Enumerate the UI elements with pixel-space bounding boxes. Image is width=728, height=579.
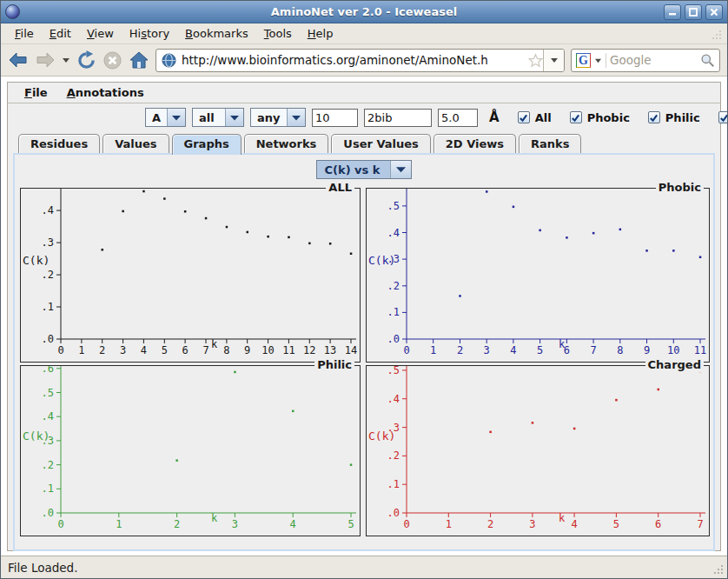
status-text: File Loaded. [8, 561, 77, 575]
tab-bar: ResiduesValuesGraphsNetworksUser Values2… [8, 131, 720, 153]
reload-button[interactable] [76, 50, 96, 70]
svg-text:.2: .2 [387, 280, 400, 292]
url-dropdown-button[interactable] [543, 50, 564, 71]
stop-button[interactable] [103, 50, 122, 70]
graphs-tab-content: C(k) vs k ALL.0.1.2.3.401234567891011121… [13, 153, 715, 551]
tab-ranks[interactable]: Ranks [519, 134, 581, 153]
svg-text:k: k [211, 338, 218, 350]
match-combo[interactable]: any [250, 108, 306, 127]
back-button[interactable] [8, 50, 29, 70]
graph-type-combo[interactable]: C(k) vs k [316, 160, 413, 179]
browser-menu-bookmarks[interactable]: Bookmarks [178, 24, 255, 43]
svg-text:.5: .5 [42, 387, 54, 399]
checkbox-philic[interactable] [648, 111, 660, 123]
chart-panel-all: ALL.0.1.2.3.401234567891011121314kC(k) [20, 188, 361, 363]
applet-menu-annotations[interactable]: Annotations [59, 83, 152, 102]
chevron-down-icon [172, 115, 181, 121]
minimize-button[interactable] [664, 4, 681, 20]
svg-text:k: k [211, 512, 218, 524]
angstrom-label: Å [489, 110, 500, 125]
browser-menu-edit[interactable]: Edit [43, 24, 78, 43]
scope-combo[interactable]: all [192, 108, 244, 127]
checkbox-phobic[interactable] [570, 111, 582, 123]
svg-text:10: 10 [667, 344, 679, 356]
checkbox-label: Philic [665, 111, 700, 124]
match-combo-value: any [251, 109, 287, 126]
browser-menu-help[interactable]: Help [301, 24, 341, 43]
forward-button[interactable] [35, 50, 56, 70]
checkbox-charged[interactable] [718, 111, 728, 123]
home-button[interactable] [129, 50, 149, 70]
checkbox-all[interactable] [518, 111, 530, 123]
combo-arrow-button[interactable] [225, 109, 243, 126]
search-engine-dropdown-icon[interactable] [594, 57, 602, 63]
browser-menu-file[interactable]: File [8, 24, 41, 43]
svg-text:1: 1 [78, 344, 84, 356]
svg-text:9: 9 [644, 344, 650, 356]
distance-field[interactable] [438, 109, 478, 127]
url-text[interactable]: http://www.bioinformatics.org/aminonet/A… [182, 53, 528, 67]
chevron-down-icon [292, 115, 301, 121]
svg-text:5: 5 [347, 518, 354, 530]
svg-text:7: 7 [590, 344, 596, 356]
svg-text:4: 4 [510, 344, 516, 356]
close-button[interactable] [705, 4, 723, 20]
svg-text:k: k [559, 338, 566, 350]
combo-arrow-button[interactable] [390, 161, 411, 178]
iceweasel-icon [5, 4, 20, 19]
tab-networks[interactable]: Networks [244, 134, 329, 153]
history-dropdown-icon[interactable] [62, 57, 70, 63]
svg-text:k: k [559, 512, 566, 524]
url-bar[interactable]: http://www.bioinformatics.org/aminonet/A… [156, 49, 565, 72]
search-magnifier-icon[interactable] [700, 53, 715, 68]
combo-arrow-button[interactable] [167, 109, 185, 126]
svg-text:C(k): C(k) [23, 429, 50, 443]
svg-text:.5: .5 [387, 200, 400, 212]
checkbox-group-phobic: Phobic [570, 111, 630, 124]
tab-user-values[interactable]: User Values [331, 134, 430, 153]
svg-text:1: 1 [430, 344, 436, 356]
chart-title: Charged [645, 358, 704, 372]
svg-text:2: 2 [99, 344, 105, 356]
browser-menu-tools[interactable]: Tools [257, 24, 299, 43]
svg-text:.0: .0 [387, 333, 400, 345]
svg-text:11: 11 [282, 344, 295, 356]
svg-text:5: 5 [537, 344, 543, 356]
svg-text:.4: .4 [387, 393, 400, 405]
svg-text:14: 14 [345, 344, 357, 356]
combo-arrow-button[interactable] [287, 109, 305, 126]
chevron-down-icon [550, 57, 559, 63]
svg-text:.2: .2 [387, 449, 400, 462]
chart-canvas-phobic: .0.1.2.3.4.501234567891011kC(k) [367, 189, 709, 362]
tab-residues[interactable]: Residues [18, 134, 100, 153]
svg-text:0: 0 [403, 518, 409, 530]
search-engine-icon: G [576, 53, 591, 68]
svg-text:.4: .4 [42, 410, 54, 423]
svg-text:7: 7 [202, 344, 208, 356]
svg-text:.3: .3 [42, 236, 54, 249]
browser-menu-history[interactable]: History [122, 24, 176, 43]
chart-title: ALL [326, 181, 354, 195]
pdb-field[interactable] [364, 109, 432, 127]
checkbox-group-charged: Charged [718, 111, 728, 124]
graph-selector-row: C(k) vs k [15, 155, 713, 181]
svg-text:2: 2 [487, 518, 493, 530]
search-input[interactable]: Google [610, 53, 697, 67]
applet-menu-file[interactable]: File [17, 83, 56, 102]
search-bar[interactable]: G Google [571, 49, 720, 72]
svg-text:0: 0 [57, 344, 63, 356]
checkmark-icon [649, 113, 659, 123]
count-field[interactable] [312, 109, 358, 127]
checkmark-icon [571, 113, 580, 123]
svg-text:.1: .1 [387, 478, 400, 490]
tab-values[interactable]: Values [103, 134, 169, 153]
maximize-button[interactable] [685, 4, 702, 20]
browser-menu-view[interactable]: View [80, 24, 121, 43]
tab-graphs[interactable]: Graphs [172, 134, 242, 155]
svg-text:3: 3 [529, 518, 535, 530]
resize-grip-icon[interactable] [712, 563, 725, 576]
bookmark-star-icon[interactable] [528, 53, 543, 68]
tab-2d-views[interactable]: 2D Views [433, 134, 516, 153]
svg-text:4: 4 [141, 344, 147, 356]
residue-combo[interactable]: A [145, 108, 186, 127]
